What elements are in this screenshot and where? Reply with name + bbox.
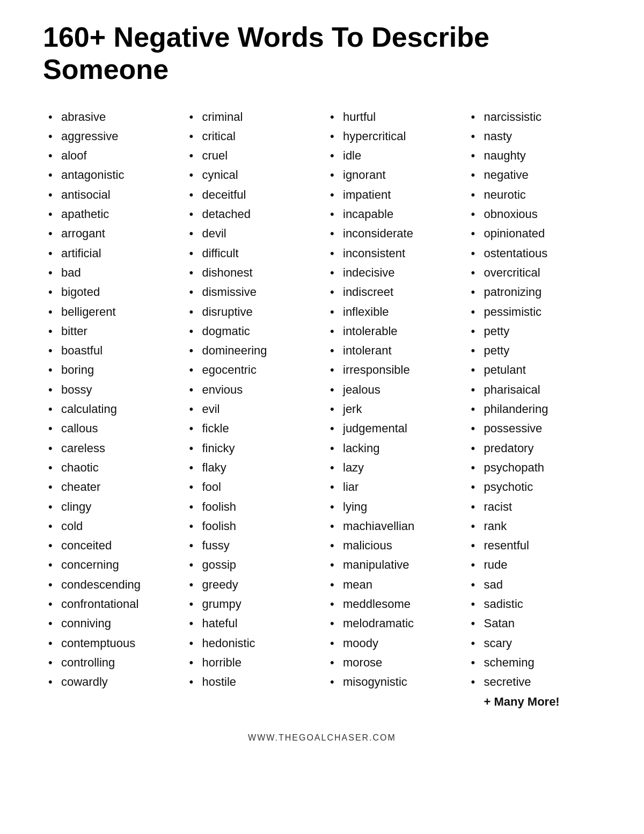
list-item: lacking: [330, 439, 455, 458]
list-item: machiavellian: [330, 517, 455, 536]
list-item: moody: [330, 634, 455, 653]
list-item: critical: [189, 127, 314, 146]
word-list-2: criminalcriticalcruelcynicaldeceitfuldet…: [189, 107, 314, 692]
list-item: devil: [189, 224, 314, 243]
list-item: difficult: [189, 244, 314, 263]
list-item: petty: [471, 341, 596, 360]
list-item: lazy: [330, 458, 455, 477]
list-item: rank: [471, 517, 596, 536]
list-item: misogynistic: [330, 672, 455, 692]
list-item: criminal: [189, 107, 314, 127]
list-item: dishonest: [189, 263, 314, 282]
list-item: pharisaical: [471, 380, 596, 400]
list-item: petulant: [471, 360, 596, 380]
list-item: foolish: [189, 517, 314, 536]
list-item: impatient: [330, 185, 455, 205]
list-item: boastful: [48, 341, 173, 360]
list-item: finicky: [189, 439, 314, 458]
list-item: bad: [48, 263, 173, 282]
list-item: conceited: [48, 536, 173, 555]
list-item: arrogant: [48, 224, 173, 243]
list-item: calculating: [48, 400, 173, 419]
list-item: cheater: [48, 477, 173, 497]
list-item: belligerent: [48, 302, 173, 322]
list-item: inconsistent: [330, 244, 455, 263]
list-item: meddlesome: [330, 594, 455, 614]
list-item: inflexible: [330, 302, 455, 322]
column-3: hurtfulhypercriticalidleignorantimpatien…: [325, 107, 460, 692]
list-item: egocentric: [189, 360, 314, 380]
list-item: malicious: [330, 536, 455, 555]
list-item: Satan: [471, 614, 596, 633]
list-item: psychotic: [471, 477, 596, 497]
word-list-4: narcissisticnastynaughtynegativeneurotic…: [471, 107, 596, 692]
list-item: indecisive: [330, 263, 455, 282]
list-item: predatory: [471, 439, 596, 458]
list-item: idle: [330, 146, 455, 165]
list-item: resentful: [471, 536, 596, 555]
list-item: jealous: [330, 380, 455, 400]
list-item: foolish: [189, 497, 314, 517]
list-item: concerning: [48, 555, 173, 575]
list-item: neurotic: [471, 185, 596, 205]
list-item: grumpy: [189, 594, 314, 614]
list-item: intolerable: [330, 322, 455, 341]
list-item: confrontational: [48, 594, 173, 614]
list-item: obnoxious: [471, 205, 596, 224]
list-item: racist: [471, 497, 596, 517]
list-item: cynical: [189, 165, 314, 185]
list-item: pessimistic: [471, 302, 596, 322]
list-item: dismissive: [189, 282, 314, 302]
list-item: fussy: [189, 536, 314, 555]
column-1: abrasiveaggressivealoofantagonisticantis…: [43, 107, 179, 692]
list-item: possessive: [471, 419, 596, 438]
list-item: manipulative: [330, 555, 455, 575]
list-item: fool: [189, 477, 314, 497]
word-columns: abrasiveaggressivealoofantagonisticantis…: [43, 107, 601, 712]
list-item: incapable: [330, 205, 455, 224]
list-item: antisocial: [48, 185, 173, 205]
list-item: hypercritical: [330, 127, 455, 146]
list-item: cruel: [189, 146, 314, 165]
list-item: conniving: [48, 614, 173, 633]
list-item: clingy: [48, 497, 173, 517]
list-item: envious: [189, 380, 314, 400]
list-item: jerk: [330, 400, 455, 419]
list-item: petty: [471, 322, 596, 341]
list-item: opinionated: [471, 224, 596, 243]
list-item: apathetic: [48, 205, 173, 224]
list-item: hostile: [189, 672, 314, 692]
list-item: judgemental: [330, 419, 455, 438]
list-item: secretive: [471, 672, 596, 692]
list-item: narcissistic: [471, 107, 596, 127]
list-item: hurtful: [330, 107, 455, 127]
list-item: philandering: [471, 400, 596, 419]
list-item: condescending: [48, 575, 173, 594]
list-item: greedy: [189, 575, 314, 594]
list-item: mean: [330, 575, 455, 594]
list-item: disruptive: [189, 302, 314, 322]
footer-url: WWW.THEGOALCHASER.COM: [43, 733, 601, 753]
word-list-1: abrasiveaggressivealoofantagonisticantis…: [48, 107, 173, 692]
page-title: 160+ Negative Words To Describe Someone: [43, 21, 601, 86]
list-item: scheming: [471, 653, 596, 672]
list-item: aggressive: [48, 127, 173, 146]
list-item: irresponsible: [330, 360, 455, 380]
list-item: dogmatic: [189, 322, 314, 341]
list-item: psychopath: [471, 458, 596, 477]
list-item: ostentatious: [471, 244, 596, 263]
list-item: lying: [330, 497, 455, 517]
list-item: scary: [471, 634, 596, 653]
list-item: melodramatic: [330, 614, 455, 633]
list-item: bigoted: [48, 282, 173, 302]
list-item: bossy: [48, 380, 173, 400]
more-words-label: + Many More!: [471, 692, 596, 712]
list-item: cold: [48, 517, 173, 536]
list-item: contemptuous: [48, 634, 173, 653]
list-item: intolerant: [330, 341, 455, 360]
list-item: hedonistic: [189, 634, 314, 653]
list-item: horrible: [189, 653, 314, 672]
column-4: narcissisticnastynaughtynegativeneurotic…: [466, 107, 602, 712]
list-item: overcritical: [471, 263, 596, 282]
list-item: aloof: [48, 146, 173, 165]
